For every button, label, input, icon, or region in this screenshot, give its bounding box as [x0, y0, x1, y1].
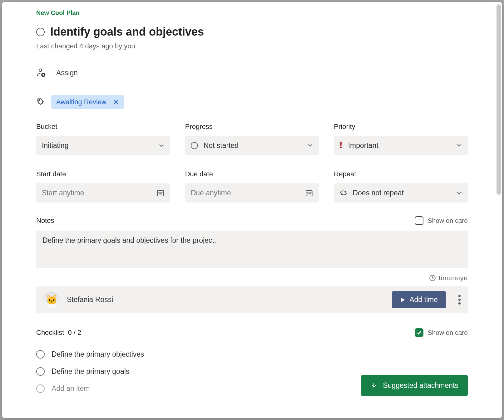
priority-important-icon: ! [339, 140, 342, 150]
chevron-down-icon [307, 142, 313, 149]
calendar-icon [305, 189, 313, 197]
start-date-input[interactable]: Start anytime [36, 183, 170, 203]
bucket-field: Bucket Initiating [36, 123, 170, 155]
priority-select[interactable]: ! Important [334, 136, 468, 155]
svg-point-0 [39, 69, 42, 72]
priority-label: Priority [334, 123, 468, 131]
notes-show-on-card-label: Show on card [428, 217, 468, 224]
assign-icon [36, 68, 46, 78]
remove-tag-icon[interactable] [113, 99, 119, 105]
chevron-down-icon [456, 190, 462, 196]
chevron-down-icon [158, 142, 165, 149]
tag-awaiting-review[interactable]: Awaiting Review [51, 95, 124, 109]
scrollbar-thumb[interactable] [497, 4, 501, 195]
checklist-item[interactable]: Define the primary objectives [36, 346, 468, 363]
repeat-label: Repeat [334, 170, 468, 178]
task-title[interactable]: Identify goals and objectives [50, 25, 204, 38]
assign-button[interactable]: Assign [36, 68, 468, 78]
svg-point-6 [161, 193, 162, 194]
due-date-label: Due date [185, 170, 319, 178]
repeat-select[interactable]: Does not repeat [334, 183, 468, 203]
start-date-label: Start date [36, 170, 170, 178]
svg-point-8 [308, 193, 308, 194]
progress-value: Not started [204, 141, 239, 150]
svg-point-10 [310, 193, 311, 194]
assign-label: Assign [56, 69, 78, 77]
svg-point-9 [309, 193, 309, 194]
svg-point-4 [159, 193, 159, 194]
checklist-item-toggle[interactable] [36, 367, 45, 376]
bucket-label: Bucket [36, 123, 170, 131]
checklist-item-text: Define the primary goals [52, 367, 129, 376]
timeneye-brand-text: timeneye [439, 274, 468, 282]
checklist-show-on-card-label: Show on card [428, 329, 468, 336]
svg-rect-7 [306, 190, 313, 196]
user-name: Stefania Rossi [67, 295, 113, 304]
notes-show-on-card-checkbox[interactable] [415, 216, 423, 225]
repeat-value: Does not repeat [353, 189, 404, 197]
tag-icon [36, 98, 45, 106]
checklist-add-placeholder: Add an item [52, 384, 90, 393]
timeneye-brand: timeneye [36, 274, 468, 282]
start-date-field: Start date Start anytime [36, 170, 170, 203]
suggested-attachments-label: Suggested attachments [383, 381, 458, 390]
play-icon [400, 297, 406, 303]
suggested-attachments-button[interactable]: Suggested attachments [361, 375, 468, 396]
progress-field: Progress Not started [185, 123, 319, 155]
due-date-field: Due date Due anytime [185, 170, 319, 203]
bucket-select[interactable]: Initiating [36, 136, 170, 155]
repeat-field: Repeat Does not repeat [334, 170, 468, 203]
notes-textarea[interactable]: Define the primary goals and objectives … [36, 231, 468, 268]
timeneye-icon [429, 274, 436, 282]
tag-label: Awaiting Review [56, 98, 106, 106]
add-time-label: Add time [409, 295, 438, 304]
due-date-placeholder: Due anytime [191, 189, 231, 197]
last-changed-text: Last changed 4 days ago by you [36, 42, 468, 50]
progress-label: Progress [185, 123, 319, 131]
task-complete-toggle[interactable] [36, 28, 45, 36]
timeneye-user-bar: 🐱 Stefania Rossi Add time [36, 286, 468, 313]
add-time-button[interactable]: Add time [392, 291, 446, 308]
notes-label: Notes [36, 217, 54, 225]
checklist-label: Checklist 0 / 2 [36, 329, 81, 337]
calendar-icon [156, 189, 165, 197]
start-date-placeholder: Start anytime [42, 189, 84, 197]
priority-value: Important [348, 141, 378, 150]
user-avatar: 🐱 [43, 291, 60, 308]
svg-point-2 [39, 100, 40, 101]
more-options-button[interactable] [458, 295, 461, 305]
download-icon [370, 382, 377, 389]
task-detail-modal: New Cool Plan Identify goals and objecti… [2, 2, 502, 418]
checklist-item-toggle[interactable] [36, 350, 45, 359]
due-date-input[interactable]: Due anytime [185, 183, 319, 203]
svg-rect-3 [157, 190, 164, 196]
modal-scroll[interactable]: New Cool Plan Identify goals and objecti… [2, 2, 502, 418]
check-icon [416, 330, 422, 335]
repeat-icon [339, 189, 348, 196]
svg-point-5 [160, 193, 161, 194]
priority-field: Priority ! Important [334, 123, 468, 155]
checklist-show-on-card-checkbox[interactable] [415, 328, 423, 337]
bucket-value: Initiating [42, 141, 69, 150]
progress-select[interactable]: Not started [185, 136, 319, 155]
checklist-item-toggle [36, 384, 45, 393]
chevron-down-icon [456, 142, 462, 149]
checklist-item-text: Define the primary objectives [52, 350, 144, 359]
progress-status-icon [191, 142, 198, 149]
plan-link[interactable]: New Cool Plan [36, 9, 80, 17]
